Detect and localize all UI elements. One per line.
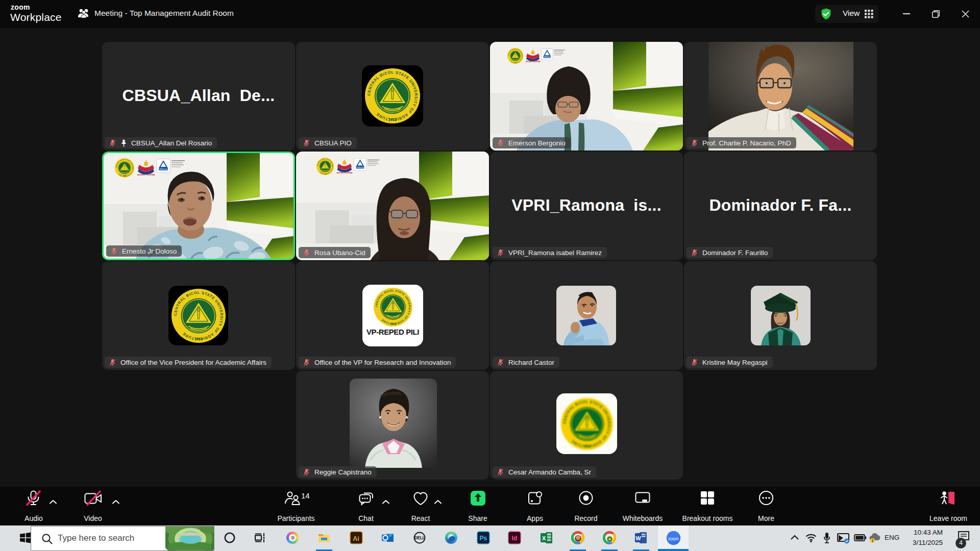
svg-text:W: W [635, 535, 641, 541]
svg-text:!: ! [872, 538, 873, 543]
svg-text:14: 14 [301, 491, 310, 500]
svg-text:Ai: Ai [353, 535, 359, 542]
svg-text:Ps: Ps [479, 535, 487, 542]
svg-text:X: X [542, 535, 546, 541]
svg-text:Id: Id [511, 535, 517, 542]
svg-text:DELL: DELL [414, 535, 425, 540]
